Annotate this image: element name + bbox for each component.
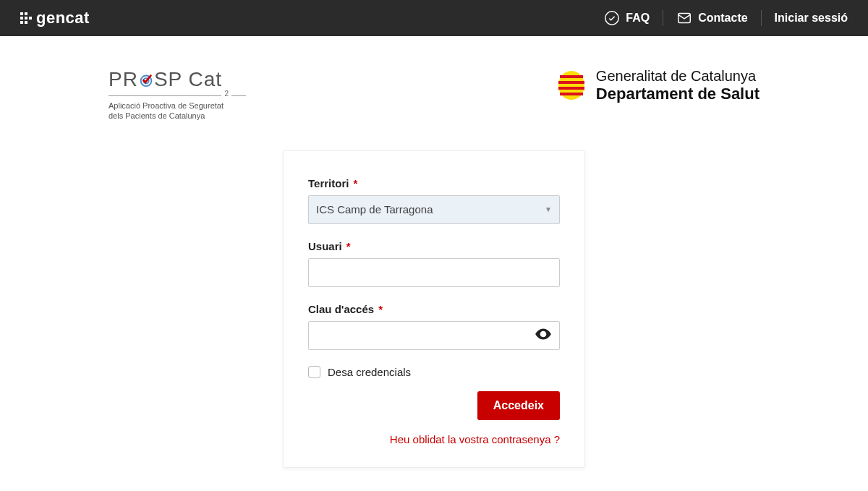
territory-label-text: Territori <box>308 177 349 189</box>
prosp-title-post: SP Cat <box>154 68 222 90</box>
forgot-password-link[interactable]: Heu oblidat la vostra contrasenya ? <box>390 433 560 445</box>
top-nav: FAQ Contacte Iniciar sessió <box>591 10 848 26</box>
prosp-title-pre: PR <box>109 68 138 90</box>
target-check-icon <box>138 69 154 93</box>
prosp-subtitle-2: dels Pacients de Catalunya <box>109 111 246 121</box>
faq-link[interactable]: FAQ <box>591 10 663 26</box>
mail-icon <box>676 10 692 26</box>
check-circle-icon <box>604 10 620 26</box>
remember-checkbox[interactable] <box>308 366 320 378</box>
prosp-divider: 2 <box>109 95 246 96</box>
territory-select[interactable]: ICS Camp de Tarragona ▼ <box>308 195 560 224</box>
brand-dots-icon <box>20 12 32 24</box>
contact-link[interactable]: Contacte <box>663 10 761 26</box>
required-mark: * <box>378 303 383 315</box>
password-label: Clau d'accés* <box>308 303 560 315</box>
svg-rect-1 <box>678 14 691 23</box>
prosp-version: 2 <box>221 90 231 98</box>
prosp-logo: PRSP Cat 2 Aplicació Proactiva de Segure… <box>109 68 246 121</box>
gencat-line1: Generalitat de Catalunya <box>596 68 760 85</box>
login-card: Territori* ICS Camp de Tarragona ▼ Usuar… <box>283 150 585 468</box>
user-label-text: Usuari <box>308 240 342 252</box>
senyera-icon <box>557 69 586 101</box>
required-mark: * <box>346 240 351 252</box>
territory-value: ICS Camp de Tarragona <box>316 203 433 215</box>
logo-row: PRSP Cat 2 Aplicació Proactiva de Segure… <box>109 68 760 121</box>
brand-text: gencat <box>36 9 90 27</box>
login-link[interactable]: Iniciar sessió <box>762 12 848 25</box>
toggle-password-visibility[interactable] <box>534 325 553 346</box>
required-mark: * <box>353 177 357 189</box>
login-label: Iniciar sessió <box>775 12 848 25</box>
svg-point-0 <box>605 12 618 25</box>
chevron-down-icon: ▼ <box>545 205 552 213</box>
prosp-title: PRSP Cat <box>109 68 246 93</box>
contact-label: Contacte <box>698 12 747 25</box>
topbar: gencat FAQ Contacte Iniciar sessió <box>0 0 868 36</box>
password-label-text: Clau d'accés <box>308 303 374 315</box>
submit-button[interactable]: Accedeix <box>477 391 560 420</box>
password-input[interactable] <box>308 321 560 350</box>
user-input[interactable] <box>308 258 560 287</box>
remember-label: Desa credencials <box>328 366 411 378</box>
prosp-subtitle-1: Aplicació Proactiva de Seguretat <box>109 101 246 111</box>
gencat-line2: Departament de Salut <box>596 85 760 103</box>
faq-label: FAQ <box>626 12 650 25</box>
gencat-logo: Generalitat de Catalunya Departament de … <box>557 68 760 103</box>
brand[interactable]: gencat <box>20 9 90 27</box>
eye-icon <box>534 325 553 343</box>
user-label: Usuari* <box>308 240 560 252</box>
territory-label: Territori* <box>308 177 560 189</box>
